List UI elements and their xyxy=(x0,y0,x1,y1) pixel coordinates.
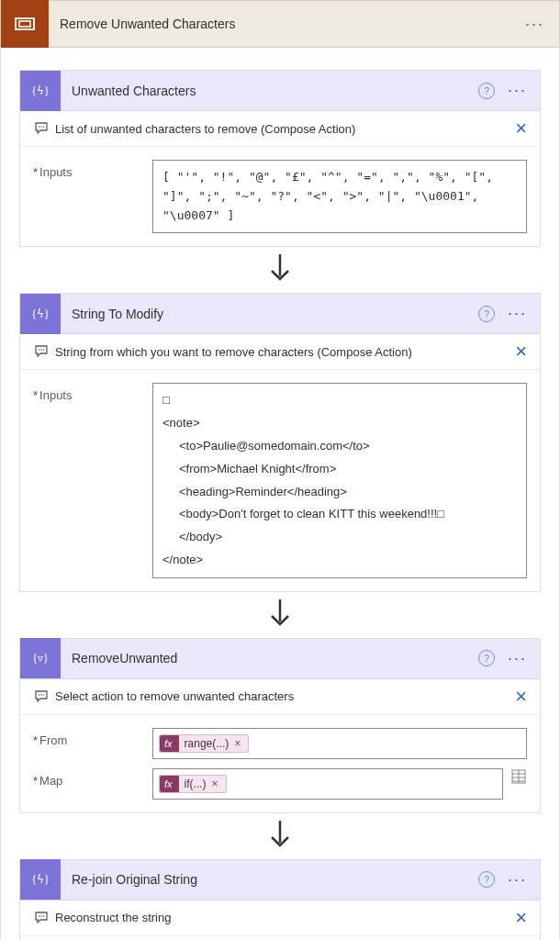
line: </body> xyxy=(162,528,517,547)
svg-point-10 xyxy=(43,350,45,352)
remove-token-icon[interactable]: × xyxy=(234,737,241,750)
compose-icon: {ϟ} xyxy=(20,294,61,334)
inputs-label: Inputs xyxy=(33,160,152,233)
inputs-label: Inputs xyxy=(33,383,152,577)
svg-point-25 xyxy=(43,915,45,917)
card-unwanted-characters: {ϟ} Unwanted Characters ? ··· List of un… xyxy=(19,70,541,247)
description-row: String from which you want to remove cha… xyxy=(20,334,540,370)
svg-text:{▿}: {▿} xyxy=(32,652,49,665)
flow-title[interactable]: Remove Unwanted Characters xyxy=(49,17,510,31)
expression-token[interactable]: fx if(...) × xyxy=(159,775,227,793)
svg-text:{ϟ}: {ϟ} xyxy=(31,308,50,320)
card-menu-icon[interactable]: ··· xyxy=(508,870,540,890)
card-title: Unwanted Characters xyxy=(61,84,478,98)
card-header[interactable]: {ϟ} Re-join Original String ? ··· xyxy=(20,860,540,901)
line: </note> xyxy=(162,551,517,570)
arrow-down-icon xyxy=(264,821,296,852)
card-rejoin-string: {ϟ} Re-join Original String ? ··· Recons… xyxy=(19,859,541,940)
description-text: Reconstruct the string xyxy=(55,911,515,924)
card-remove-unwanted: {▿} RemoveUnwanted ? ··· Select action t… xyxy=(19,638,541,813)
svg-text:{ϟ}: {ϟ} xyxy=(31,84,50,97)
card-menu-icon[interactable]: ··· xyxy=(508,649,540,668)
description-row: List of unwanted characters to remove (C… xyxy=(20,111,540,147)
arrow-down-icon xyxy=(264,599,296,631)
map-label: Map xyxy=(33,768,152,800)
token-text: if(...) xyxy=(185,778,207,790)
line: <body>Don't forget to clean KITT this we… xyxy=(162,505,517,524)
comment-icon xyxy=(33,689,50,704)
card-title: RemoveUnwanted xyxy=(61,651,478,666)
line: <note> xyxy=(162,414,517,433)
fx-badge-icon: fx xyxy=(160,776,179,792)
description-text: Select action to remove unwanted charact… xyxy=(55,689,515,703)
card-header[interactable]: {ϟ} Unwanted Characters ? ··· xyxy=(20,71,540,111)
connector xyxy=(19,592,541,638)
compose-icon: {ϟ} xyxy=(20,859,61,900)
expression-token[interactable]: fx range(...) × xyxy=(159,734,249,753)
line: <heading>Reminder</heading> xyxy=(162,483,517,502)
connector xyxy=(19,813,541,859)
description-text: List of unwanted characters to remove (C… xyxy=(55,122,515,136)
flow-menu-icon[interactable]: ··· xyxy=(510,15,559,34)
card-header[interactable]: {▿} RemoveUnwanted ? ··· xyxy=(20,639,540,679)
token-text: range(...) xyxy=(185,737,230,750)
description-text: String from which you want to remove cha… xyxy=(55,345,515,359)
svg-point-3 xyxy=(39,126,40,128)
connector xyxy=(19,247,541,293)
fx-badge-icon: fx xyxy=(160,735,179,752)
help-icon[interactable]: ? xyxy=(478,871,495,888)
svg-point-23 xyxy=(39,915,40,917)
svg-point-13 xyxy=(39,694,40,696)
card-title: String To Modify xyxy=(61,307,478,321)
close-icon[interactable]: × xyxy=(515,688,527,705)
from-label: From xyxy=(33,728,152,759)
inputs-field[interactable]: [ "'", "!", "@", "£", "^", "=", ",", "%"… xyxy=(152,160,527,233)
close-icon[interactable]: × xyxy=(515,120,527,137)
description-row: Select action to remove unwanted charact… xyxy=(20,679,540,715)
help-icon[interactable]: ? xyxy=(478,650,495,666)
close-icon[interactable]: × xyxy=(515,343,527,360)
card-body: From fx range(...) × Map fx if(...) × xyxy=(20,715,540,812)
card-string-to-modify: {ϟ} String To Modify ? ··· String from w… xyxy=(19,293,541,591)
card-title: Re-join Original String xyxy=(61,872,478,887)
svg-point-14 xyxy=(40,694,42,696)
help-icon[interactable]: ? xyxy=(478,306,495,322)
card-menu-icon[interactable]: ··· xyxy=(508,81,540,100)
line: <to>Paulie@somedomain.com</to> xyxy=(162,437,517,456)
scope-icon xyxy=(1,0,49,48)
svg-point-4 xyxy=(40,126,42,128)
svg-point-15 xyxy=(43,694,45,696)
flow-header: Remove Unwanted Characters ··· xyxy=(0,0,560,48)
svg-point-5 xyxy=(43,126,45,128)
svg-text:{ϟ}: {ϟ} xyxy=(31,873,50,886)
svg-rect-0 xyxy=(16,18,34,29)
compose-icon: {ϟ} xyxy=(20,71,61,111)
svg-point-9 xyxy=(40,350,42,352)
card-body: Inputs fx join(...) × xyxy=(20,936,540,940)
comment-icon xyxy=(33,344,50,359)
card-body: Inputs [ "'", "!", "@", "£", "^", "=", "… xyxy=(20,147,540,246)
remove-token-icon[interactable]: × xyxy=(212,778,218,790)
switch-map-mode-icon[interactable] xyxy=(510,768,527,800)
svg-point-24 xyxy=(40,915,42,917)
card-menu-icon[interactable]: ··· xyxy=(508,304,540,323)
arrow-down-icon xyxy=(264,254,296,285)
svg-point-8 xyxy=(39,350,40,352)
svg-rect-1 xyxy=(19,21,30,27)
map-field[interactable]: fx if(...) × xyxy=(152,768,503,800)
description-row: Reconstruct the string × xyxy=(20,901,540,936)
line: □ xyxy=(162,391,517,410)
card-header[interactable]: {ϟ} String To Modify ? ··· xyxy=(20,294,540,334)
from-field[interactable]: fx range(...) × xyxy=(152,728,527,759)
inputs-field[interactable]: □ <note> <to>Paulie@somedomain.com</to> … xyxy=(152,383,527,577)
close-icon[interactable]: × xyxy=(515,910,527,926)
line: <from>Michael Knight</from> xyxy=(162,460,517,479)
comment-icon xyxy=(33,911,50,925)
comment-icon xyxy=(33,121,50,136)
card-body: Inputs □ <note> <to>Paulie@somedomain.co… xyxy=(20,370,540,590)
help-icon[interactable]: ? xyxy=(478,83,495,99)
select-icon: {▿} xyxy=(20,638,61,678)
flow-content: {ϟ} Unwanted Characters ? ··· List of un… xyxy=(0,48,560,940)
